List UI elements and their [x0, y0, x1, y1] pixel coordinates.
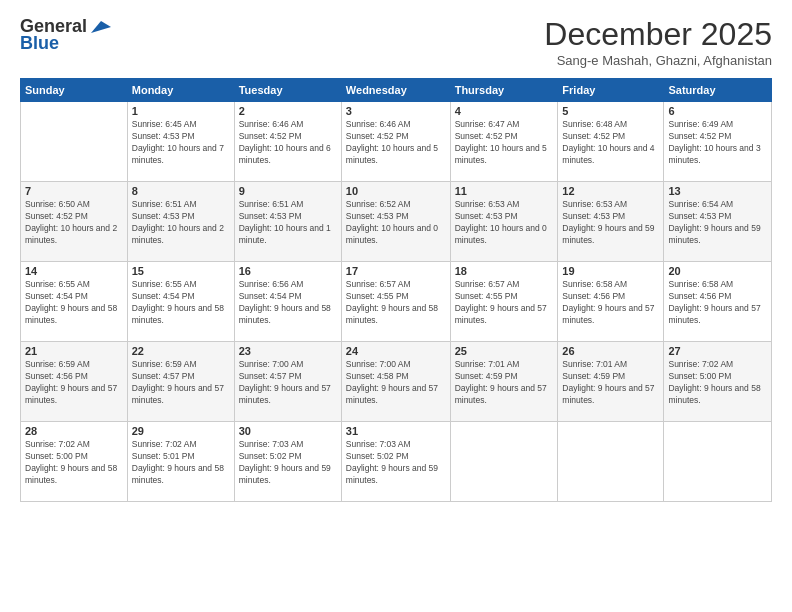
day-number: 3 — [346, 105, 446, 117]
table-row: 22Sunrise: 6:59 AMSunset: 4:57 PMDayligh… — [127, 342, 234, 422]
day-info: Sunrise: 6:53 AMSunset: 4:53 PMDaylight:… — [455, 199, 554, 247]
day-number: 23 — [239, 345, 337, 357]
day-info: Sunrise: 6:57 AMSunset: 4:55 PMDaylight:… — [346, 279, 446, 327]
day-number: 11 — [455, 185, 554, 197]
logo-icon — [89, 19, 111, 35]
col-thursday: Thursday — [450, 79, 558, 102]
table-row: 24Sunrise: 7:00 AMSunset: 4:58 PMDayligh… — [341, 342, 450, 422]
day-info: Sunrise: 6:58 AMSunset: 4:56 PMDaylight:… — [562, 279, 659, 327]
table-row: 8Sunrise: 6:51 AMSunset: 4:53 PMDaylight… — [127, 182, 234, 262]
day-info: Sunrise: 7:00 AMSunset: 4:57 PMDaylight:… — [239, 359, 337, 407]
day-number: 27 — [668, 345, 767, 357]
day-number: 28 — [25, 425, 123, 437]
calendar-header-row: Sunday Monday Tuesday Wednesday Thursday… — [21, 79, 772, 102]
day-info: Sunrise: 6:56 AMSunset: 4:54 PMDaylight:… — [239, 279, 337, 327]
col-wednesday: Wednesday — [341, 79, 450, 102]
day-info: Sunrise: 6:58 AMSunset: 4:56 PMDaylight:… — [668, 279, 767, 327]
table-row: 4Sunrise: 6:47 AMSunset: 4:52 PMDaylight… — [450, 102, 558, 182]
day-info: Sunrise: 6:46 AMSunset: 4:52 PMDaylight:… — [239, 119, 337, 167]
day-number: 21 — [25, 345, 123, 357]
day-info: Sunrise: 6:52 AMSunset: 4:53 PMDaylight:… — [346, 199, 446, 247]
table-row: 25Sunrise: 7:01 AMSunset: 4:59 PMDayligh… — [450, 342, 558, 422]
day-number: 22 — [132, 345, 230, 357]
table-row: 6Sunrise: 6:49 AMSunset: 4:52 PMDaylight… — [664, 102, 772, 182]
day-info: Sunrise: 7:01 AMSunset: 4:59 PMDaylight:… — [455, 359, 554, 407]
day-info: Sunrise: 6:53 AMSunset: 4:53 PMDaylight:… — [562, 199, 659, 247]
location: Sang-e Mashah, Ghazni, Afghanistan — [544, 53, 772, 68]
day-number: 5 — [562, 105, 659, 117]
day-number: 19 — [562, 265, 659, 277]
day-number: 18 — [455, 265, 554, 277]
day-number: 25 — [455, 345, 554, 357]
header: General Blue December 2025 Sang-e Mashah… — [20, 16, 772, 68]
day-info: Sunrise: 6:55 AMSunset: 4:54 PMDaylight:… — [25, 279, 123, 327]
day-info: Sunrise: 6:54 AMSunset: 4:53 PMDaylight:… — [668, 199, 767, 247]
table-row: 19Sunrise: 6:58 AMSunset: 4:56 PMDayligh… — [558, 262, 664, 342]
table-row: 20Sunrise: 6:58 AMSunset: 4:56 PMDayligh… — [664, 262, 772, 342]
table-row: 13Sunrise: 6:54 AMSunset: 4:53 PMDayligh… — [664, 182, 772, 262]
table-row: 9Sunrise: 6:51 AMSunset: 4:53 PMDaylight… — [234, 182, 341, 262]
day-info: Sunrise: 7:03 AMSunset: 5:02 PMDaylight:… — [346, 439, 446, 487]
day-number: 14 — [25, 265, 123, 277]
table-row: 7Sunrise: 6:50 AMSunset: 4:52 PMDaylight… — [21, 182, 128, 262]
day-info: Sunrise: 7:01 AMSunset: 4:59 PMDaylight:… — [562, 359, 659, 407]
day-info: Sunrise: 6:51 AMSunset: 4:53 PMDaylight:… — [132, 199, 230, 247]
title-block: December 2025 Sang-e Mashah, Ghazni, Afg… — [544, 16, 772, 68]
day-number: 26 — [562, 345, 659, 357]
day-number: 16 — [239, 265, 337, 277]
day-info: Sunrise: 6:51 AMSunset: 4:53 PMDaylight:… — [239, 199, 337, 247]
table-row: 2Sunrise: 6:46 AMSunset: 4:52 PMDaylight… — [234, 102, 341, 182]
day-info: Sunrise: 6:46 AMSunset: 4:52 PMDaylight:… — [346, 119, 446, 167]
day-number: 6 — [668, 105, 767, 117]
table-row: 29Sunrise: 7:02 AMSunset: 5:01 PMDayligh… — [127, 422, 234, 502]
table-row: 15Sunrise: 6:55 AMSunset: 4:54 PMDayligh… — [127, 262, 234, 342]
table-row: 17Sunrise: 6:57 AMSunset: 4:55 PMDayligh… — [341, 262, 450, 342]
day-number: 8 — [132, 185, 230, 197]
table-row: 11Sunrise: 6:53 AMSunset: 4:53 PMDayligh… — [450, 182, 558, 262]
day-number: 29 — [132, 425, 230, 437]
day-number: 4 — [455, 105, 554, 117]
col-tuesday: Tuesday — [234, 79, 341, 102]
day-info: Sunrise: 6:50 AMSunset: 4:52 PMDaylight:… — [25, 199, 123, 247]
col-sunday: Sunday — [21, 79, 128, 102]
calendar-week-row: 28Sunrise: 7:02 AMSunset: 5:00 PMDayligh… — [21, 422, 772, 502]
day-number: 7 — [25, 185, 123, 197]
day-number: 2 — [239, 105, 337, 117]
table-row: 12Sunrise: 6:53 AMSunset: 4:53 PMDayligh… — [558, 182, 664, 262]
col-friday: Friday — [558, 79, 664, 102]
table-row: 27Sunrise: 7:02 AMSunset: 5:00 PMDayligh… — [664, 342, 772, 422]
table-row — [558, 422, 664, 502]
day-info: Sunrise: 6:55 AMSunset: 4:54 PMDaylight:… — [132, 279, 230, 327]
logo-blue-text: Blue — [20, 33, 59, 54]
calendar-week-row: 7Sunrise: 6:50 AMSunset: 4:52 PMDaylight… — [21, 182, 772, 262]
table-row: 1Sunrise: 6:45 AMSunset: 4:53 PMDaylight… — [127, 102, 234, 182]
day-info: Sunrise: 6:48 AMSunset: 4:52 PMDaylight:… — [562, 119, 659, 167]
table-row — [664, 422, 772, 502]
table-row: 23Sunrise: 7:00 AMSunset: 4:57 PMDayligh… — [234, 342, 341, 422]
day-info: Sunrise: 7:02 AMSunset: 5:00 PMDaylight:… — [25, 439, 123, 487]
calendar-week-row: 1Sunrise: 6:45 AMSunset: 4:53 PMDaylight… — [21, 102, 772, 182]
table-row: 3Sunrise: 6:46 AMSunset: 4:52 PMDaylight… — [341, 102, 450, 182]
day-info: Sunrise: 6:47 AMSunset: 4:52 PMDaylight:… — [455, 119, 554, 167]
table-row: 18Sunrise: 6:57 AMSunset: 4:55 PMDayligh… — [450, 262, 558, 342]
table-row: 30Sunrise: 7:03 AMSunset: 5:02 PMDayligh… — [234, 422, 341, 502]
day-info: Sunrise: 7:03 AMSunset: 5:02 PMDaylight:… — [239, 439, 337, 487]
col-monday: Monday — [127, 79, 234, 102]
day-number: 10 — [346, 185, 446, 197]
day-info: Sunrise: 6:59 AMSunset: 4:57 PMDaylight:… — [132, 359, 230, 407]
day-number: 12 — [562, 185, 659, 197]
day-info: Sunrise: 6:49 AMSunset: 4:52 PMDaylight:… — [668, 119, 767, 167]
table-row: 14Sunrise: 6:55 AMSunset: 4:54 PMDayligh… — [21, 262, 128, 342]
col-saturday: Saturday — [664, 79, 772, 102]
table-row: 21Sunrise: 6:59 AMSunset: 4:56 PMDayligh… — [21, 342, 128, 422]
calendar-week-row: 21Sunrise: 6:59 AMSunset: 4:56 PMDayligh… — [21, 342, 772, 422]
day-number: 24 — [346, 345, 446, 357]
day-number: 13 — [668, 185, 767, 197]
day-info: Sunrise: 7:02 AMSunset: 5:01 PMDaylight:… — [132, 439, 230, 487]
day-info: Sunrise: 6:45 AMSunset: 4:53 PMDaylight:… — [132, 119, 230, 167]
calendar-page: General Blue December 2025 Sang-e Mashah… — [0, 0, 792, 612]
day-info: Sunrise: 6:57 AMSunset: 4:55 PMDaylight:… — [455, 279, 554, 327]
table-row — [450, 422, 558, 502]
day-number: 17 — [346, 265, 446, 277]
table-row: 5Sunrise: 6:48 AMSunset: 4:52 PMDaylight… — [558, 102, 664, 182]
